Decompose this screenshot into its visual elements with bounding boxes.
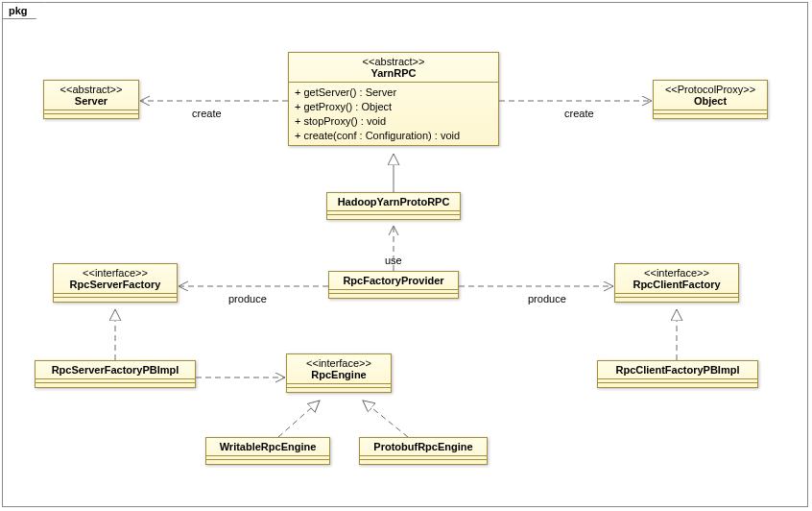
class-yarnrpc: <<abstract>> YarnRPC + getServer() : Ser… — [288, 52, 499, 146]
package-name: pkg — [2, 2, 46, 19]
class-name: RpcFactoryProvider — [337, 275, 450, 286]
label-create-right: create — [564, 108, 594, 119]
stereotype: <<abstract>> — [297, 56, 490, 67]
class-header: RpcServerFactoryPBImpl — [36, 361, 195, 379]
stereotype: <<interface>> — [295, 357, 383, 369]
stereotype: <<abstract>> — [52, 84, 131, 95]
class-header: <<ProtocolProxy>> Object — [654, 81, 767, 110]
class-hadoopyarnprotorpc: HadoopYarnProtoRPC — [326, 192, 461, 220]
class-name: RpcClientFactoryPBImpl — [606, 364, 750, 376]
class-name: YarnRPC — [297, 67, 490, 79]
class-header: WritableRpcEngine — [206, 438, 329, 456]
label-create-left: create — [192, 108, 222, 119]
class-rpcserverfactory: <<interface>> RpcServerFactory — [53, 263, 178, 303]
class-ops — [654, 114, 767, 118]
class-name: WritableRpcEngine — [214, 441, 322, 452]
class-header: <<interface>> RpcServerFactory — [54, 264, 177, 294]
class-name: RpcServerFactoryPBImpl — [43, 364, 187, 376]
class-server: <<abstract>> Server — [43, 80, 139, 119]
class-ops — [598, 383, 757, 387]
class-rpcclientfactorypbimpl: RpcClientFactoryPBImpl — [597, 360, 758, 388]
class-name: RpcClientFactory — [623, 279, 730, 290]
class-ops — [54, 298, 177, 302]
class-header: <<interface>> RpcEngine — [287, 354, 391, 384]
class-ops — [287, 388, 391, 392]
class-protobufrpcengine: ProtobufRpcEngine — [359, 437, 488, 465]
class-header: HadoopYarnProtoRPC — [327, 193, 460, 211]
class-ops — [329, 294, 458, 298]
class-name: ProtobufRpcEngine — [368, 441, 479, 452]
class-ops — [327, 215, 460, 219]
operation: + getServer() : Server — [295, 85, 492, 100]
class-rpcclientfactory: <<interface>> RpcClientFactory — [614, 263, 739, 303]
class-header: <<abstract>> YarnRPC — [289, 53, 498, 83]
operation: + create(conf : Configuration) : void — [295, 129, 492, 143]
class-ops — [615, 298, 738, 302]
class-rpcengine: <<interface>> RpcEngine — [286, 353, 392, 393]
class-name: RpcEngine — [295, 369, 383, 380]
label-use: use — [385, 255, 402, 266]
class-header: RpcFactoryProvider — [329, 272, 458, 290]
class-name: Object — [661, 95, 759, 107]
class-header: RpcClientFactoryPBImpl — [598, 361, 757, 379]
class-header: <<abstract>> Server — [44, 81, 138, 110]
class-rpcfactoryprovider: RpcFactoryProvider — [328, 271, 459, 299]
class-header: ProtobufRpcEngine — [360, 438, 487, 456]
class-name: RpcServerFactory — [61, 279, 169, 290]
stereotype: <<ProtocolProxy>> — [661, 84, 759, 95]
class-ops — [206, 460, 329, 464]
class-writablerpcengine: WritableRpcEngine — [205, 437, 330, 465]
class-ops — [360, 460, 487, 464]
operation: + getProxy() : Object — [295, 100, 492, 114]
class-ops: + getServer() : Server + getProxy() : Ob… — [289, 83, 498, 145]
class-ops — [36, 383, 195, 387]
label-produce-right: produce — [528, 293, 566, 304]
label-produce-left: produce — [228, 293, 267, 304]
stereotype: <<interface>> — [61, 267, 169, 279]
class-name: HadoopYarnProtoRPC — [335, 196, 452, 207]
class-name: Server — [52, 95, 131, 107]
stereotype: <<interface>> — [623, 267, 730, 279]
class-ops — [44, 114, 138, 118]
class-rpcserverfactorypbimpl: RpcServerFactoryPBImpl — [35, 360, 196, 388]
class-header: <<interface>> RpcClientFactory — [615, 264, 738, 294]
operation: + stopProxy() : void — [295, 114, 492, 129]
class-object: <<ProtocolProxy>> Object — [653, 80, 768, 119]
